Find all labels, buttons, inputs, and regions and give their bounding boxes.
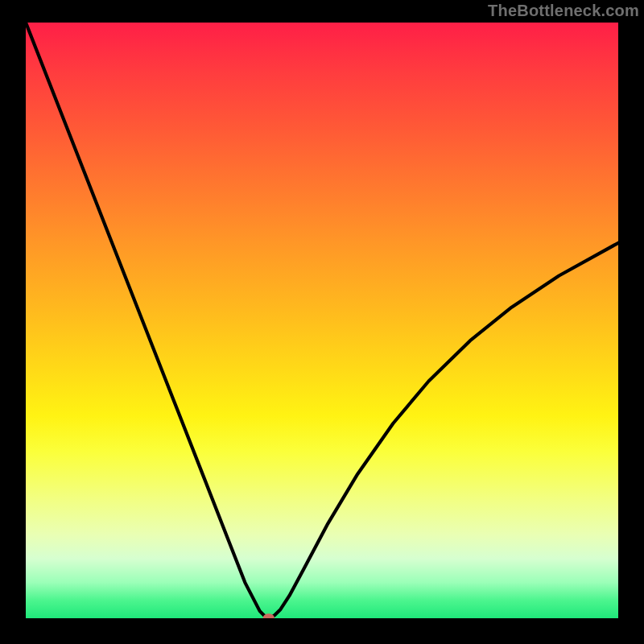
watermark-text: TheBottleneck.com xyxy=(488,2,639,20)
bottleneck-curve xyxy=(26,23,618,617)
curve-svg xyxy=(26,23,618,618)
chart-frame: TheBottleneck.com xyxy=(0,0,644,644)
plot-area xyxy=(26,23,618,618)
